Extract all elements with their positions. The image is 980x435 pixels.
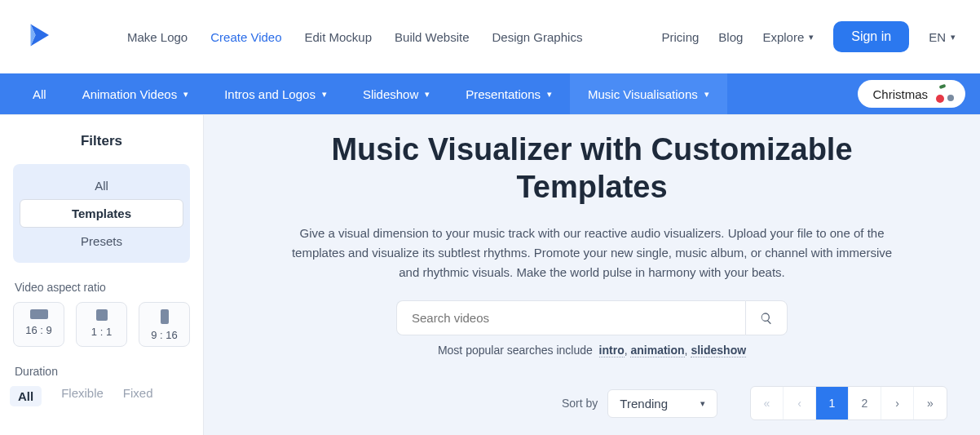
christmas-ornaments-icon (936, 85, 954, 103)
pager-page-1[interactable]: 1 (816, 387, 849, 419)
ratio-1-1[interactable]: 1 : 1 (76, 302, 127, 347)
sort-select[interactable]: Trending ▾ (607, 389, 717, 418)
nav-explore[interactable]: Explore ▾ (762, 30, 814, 44)
search-box (396, 300, 788, 335)
search-button[interactable] (745, 300, 788, 335)
filter-templates[interactable]: Templates (20, 199, 183, 228)
main-content: Music Visualizer with Customizable Templ… (204, 115, 980, 435)
duration-all[interactable]: All (10, 386, 42, 406)
main-nav: Make Logo Create Video Edit Mockup Build… (127, 30, 582, 44)
duration-label: Duration (15, 365, 190, 378)
pager-prev[interactable]: ‹ (784, 387, 816, 419)
nav-explore-label: Explore (762, 30, 804, 44)
duration-flexible[interactable]: Flexible (61, 386, 104, 406)
cat-label: Presentations (466, 87, 541, 101)
sort-label: Sort by (562, 397, 598, 410)
cat-presentations[interactable]: Presentations▾ (448, 73, 570, 114)
brand-logo[interactable] (24, 20, 54, 53)
pager-page-2[interactable]: 2 (849, 387, 881, 419)
chevron-down-icon: ▾ (704, 89, 709, 100)
aspect-ratio-label: Video aspect ratio (15, 281, 190, 294)
nav-blog[interactable]: Blog (718, 30, 743, 44)
filters-sidebar: Filters All Templates Presets Video aspe… (0, 115, 204, 435)
cat-animation-videos[interactable]: Animation Videos▾ (64, 73, 206, 114)
duration-fixed[interactable]: Fixed (123, 386, 153, 406)
popular-searches: Most popular searches include intro, ani… (236, 344, 947, 357)
pager-last[interactable]: » (914, 387, 947, 419)
filter-type-block: All Templates Presets (13, 164, 190, 263)
filter-presets[interactable]: Presets (20, 228, 183, 255)
sort-value: Trending (620, 397, 668, 411)
ratio-label: 9 : 16 (151, 329, 178, 341)
category-bar: All Animation Videos▾ Intros and Logos▾ … (0, 73, 980, 114)
nav-design-graphics[interactable]: Design Graphics (492, 30, 583, 44)
page-title: Music Visualizer with Customizable Templ… (282, 131, 902, 206)
cat-label: All (33, 87, 46, 101)
chevron-down-icon: ▾ (951, 32, 956, 42)
popular-slideshow[interactable]: slideshow (691, 344, 746, 357)
popular-intro[interactable]: intro (599, 344, 625, 357)
cat-all[interactable]: All (15, 73, 64, 114)
signin-button[interactable]: Sign in (833, 21, 909, 52)
nav-pricing[interactable]: Pricing (661, 30, 699, 44)
filters-title: Filters (13, 133, 190, 149)
ratio-9-16-icon (161, 309, 169, 324)
cat-label: Slideshow (363, 87, 418, 101)
ratio-label: 16 : 9 (25, 324, 52, 336)
search-icon (760, 312, 773, 325)
popular-animation[interactable]: animation (630, 344, 684, 357)
nav-build-website[interactable]: Build Website (395, 30, 469, 44)
cat-label: Animation Videos (82, 87, 177, 101)
cat-label: Music Visualisations (588, 87, 698, 101)
chevron-down-icon: ▾ (425, 89, 430, 100)
pager-next[interactable]: › (881, 387, 914, 419)
popular-prefix: Most popular searches include (438, 344, 593, 357)
cat-slideshow[interactable]: Slideshow▾ (345, 73, 448, 114)
ratio-1-1-icon (96, 309, 108, 321)
ratio-label: 1 : 1 (91, 326, 112, 338)
ratio-16-9-icon (30, 309, 48, 319)
chevron-down-icon: ▾ (322, 89, 327, 100)
pager-first[interactable]: « (751, 387, 784, 419)
cat-intros-logos[interactable]: Intros and Logos▾ (206, 73, 345, 114)
filter-all[interactable]: All (20, 172, 183, 199)
nav-create-video[interactable]: Create Video (210, 30, 281, 44)
ratio-16-9[interactable]: 16 : 9 (13, 302, 64, 347)
language-switch[interactable]: EN ▾ (929, 30, 956, 44)
nav-edit-mockup[interactable]: Edit Mockup (305, 30, 373, 44)
chevron-down-icon: ▾ (183, 89, 188, 100)
chevron-down-icon: ▾ (700, 398, 705, 409)
chevron-down-icon: ▾ (547, 89, 552, 100)
cat-music-visualisations[interactable]: Music Visualisations▾ (570, 73, 727, 114)
search-input[interactable] (396, 300, 745, 335)
chevron-down-icon: ▾ (809, 32, 814, 42)
page-description: Give a visual dimension to your music tr… (290, 224, 894, 282)
cat-label: Intros and Logos (224, 87, 316, 101)
pagination: « ‹ 1 2 › » (750, 386, 947, 420)
nav-make-logo[interactable]: Make Logo (127, 30, 188, 44)
cat-christmas[interactable]: Christmas (858, 80, 965, 108)
language-label: EN (929, 30, 946, 44)
ratio-9-16[interactable]: 9 : 16 (139, 302, 190, 347)
cat-christmas-label: Christmas (872, 87, 928, 101)
